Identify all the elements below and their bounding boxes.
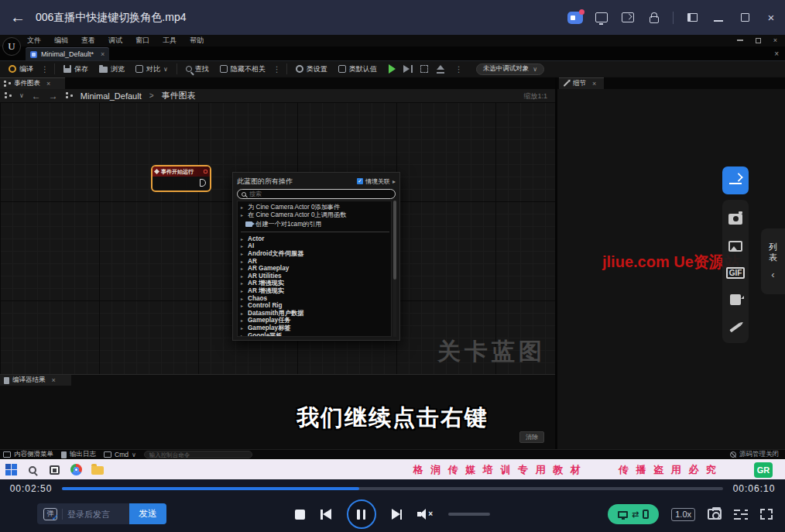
breadcrumb-root[interactable]: Minimal_Default <box>81 91 142 101</box>
screen-projection-icon[interactable] <box>620 10 636 26</box>
menu-debug[interactable]: 调试 <box>108 36 122 46</box>
compile-button[interactable]: 编译 <box>3 61 39 77</box>
ue-close-icon[interactable]: × <box>773 36 777 44</box>
category-ar[interactable]: ▸AR <box>241 257 391 265</box>
category-chaos[interactable]: ▸Chaos <box>241 294 391 302</box>
class-settings-button[interactable]: 类设置 <box>290 61 333 77</box>
menu-tools[interactable]: 工具 <box>163 36 177 46</box>
maximize-icon[interactable] <box>737 10 752 26</box>
gif-record-icon[interactable]: GIF <box>726 267 746 279</box>
snapshot-icon[interactable] <box>708 509 722 520</box>
compile-options-icon[interactable]: ⋮ <box>39 65 51 74</box>
ue-minimize-icon[interactable] <box>737 39 743 41</box>
details-tab[interactable]: 细节 × <box>559 77 604 89</box>
lock-icon[interactable] <box>646 10 662 26</box>
play-button[interactable] <box>389 64 396 74</box>
stop-button[interactable] <box>295 510 305 520</box>
play-options-icon[interactable]: ⋮ <box>453 65 465 74</box>
device-cast-toggle[interactable]: ⇄ <box>608 504 659 524</box>
context-search-input[interactable] <box>249 190 391 197</box>
danmaku-toggle-icon[interactable]: 弹✓ <box>43 508 57 520</box>
class-defaults-button[interactable]: 类默认值 <box>333 61 382 77</box>
context-sensitive-toggle[interactable]: ✓ 情境关联 ▸ <box>357 177 396 186</box>
scrollbar-thumb[interactable] <box>393 201 396 280</box>
breadcrumb-current[interactable]: 事件图表 <box>162 90 196 101</box>
settings-equalizer-icon[interactable] <box>734 509 748 520</box>
previous-button[interactable] <box>321 509 331 520</box>
playback-speed-button[interactable]: 1.0x <box>671 508 695 521</box>
menu-file[interactable]: 文件 <box>27 36 41 46</box>
file-explorer-icon[interactable] <box>87 460 108 480</box>
game-controller-icon[interactable] <box>567 10 583 26</box>
progress-bar[interactable] <box>62 487 723 490</box>
menu-help[interactable]: 帮助 <box>190 36 204 46</box>
mute-button[interactable]: × <box>417 508 433 520</box>
graph-view-icon[interactable] <box>5 92 12 99</box>
asset-tab-minimal-default[interactable]: Minimal_Default* × <box>26 47 109 60</box>
details-tab-close-icon[interactable]: × <box>592 80 596 88</box>
event-graph-tab[interactable]: 事件图表 × <box>0 77 65 89</box>
debug-object-dropdown[interactable]: 未选中调试对象 ∨ <box>476 63 544 75</box>
save-button[interactable]: 保存 <box>58 61 94 77</box>
pause-button[interactable] <box>347 499 376 529</box>
content-drawer-button[interactable]: 内容侧滑菜单 <box>3 450 53 459</box>
event-beginplay-node[interactable]: 事件开始运行 <box>151 165 211 192</box>
hide-unrelated-button[interactable]: 隐藏不相关 <box>214 61 271 77</box>
chrome-icon[interactable] <box>65 460 87 480</box>
tv-cast-icon[interactable] <box>594 10 609 26</box>
frame-skip-button[interactable] <box>403 65 413 73</box>
share-button[interactable] <box>722 166 749 194</box>
category-google-pad[interactable]: ▸Google平板 <box>241 331 391 337</box>
checkbox-checked-icon[interactable]: ✓ <box>357 178 363 184</box>
diff-button[interactable]: 对比∨ <box>130 61 173 77</box>
danmaku-input-box[interactable]: 弹✓ <box>37 503 129 524</box>
annotate-pencil-icon[interactable] <box>729 323 741 332</box>
source-control-status[interactable]: 源码管理关闭 <box>730 450 782 459</box>
screenshot-camera-icon[interactable] <box>728 214 742 225</box>
category-ar-gameplay[interactable]: ▸AR Gameplay <box>241 265 391 273</box>
video-record-icon[interactable] <box>730 294 741 305</box>
minimize-icon[interactable] <box>711 10 726 26</box>
action-create-reference[interactable]: 创建一个对1cam的引用 <box>241 219 391 229</box>
close-icon[interactable]: × <box>763 10 779 26</box>
expander-icon[interactable]: ▸ <box>241 212 245 218</box>
graph-view-caret-icon[interactable]: ∨ <box>19 92 24 99</box>
taskbar-search-icon[interactable] <box>22 460 43 480</box>
compiler-results-tab[interactable]: 编译器结果 × <box>0 375 71 386</box>
output-log-button[interactable]: 输出日志 <box>61 450 96 459</box>
menu-edit[interactable]: 编辑 <box>54 36 68 46</box>
start-button-icon[interactable] <box>0 460 22 480</box>
context-search-box[interactable] <box>237 189 396 199</box>
simulate-button[interactable] <box>420 65 428 73</box>
find-button[interactable]: 查找 <box>180 61 214 77</box>
task-view-icon[interactable] <box>43 460 65 480</box>
category-actor[interactable]: ▸Actor <box>241 235 391 243</box>
exec-pin[interactable] <box>200 179 206 187</box>
nav-forward-icon[interactable]: → <box>49 91 58 101</box>
panel-close-icon[interactable]: × <box>774 50 779 58</box>
fullscreen-icon[interactable] <box>760 509 773 520</box>
category-android-file-server[interactable]: ▸Android文件伺服器 <box>241 250 391 258</box>
hide-unrelated-options-icon[interactable]: ⋮ <box>271 65 283 74</box>
tab-close-icon[interactable]: × <box>101 50 105 58</box>
menu-window[interactable]: 窗口 <box>135 36 149 46</box>
ue-restore-icon[interactable] <box>756 38 761 43</box>
danmaku-input[interactable] <box>67 510 123 519</box>
nav-back-icon[interactable]: ← <box>32 91 41 101</box>
dock-window-icon[interactable] <box>684 10 700 26</box>
launch-button[interactable] <box>436 65 445 74</box>
back-icon[interactable]: ← <box>0 9 36 26</box>
compiler-tab-close-icon[interactable]: × <box>52 376 56 384</box>
expander-icon[interactable]: ▸ <box>241 204 245 210</box>
console-command-input[interactable] <box>144 451 252 458</box>
graph-tab-close-icon[interactable]: × <box>46 80 50 88</box>
image-capture-icon[interactable] <box>728 241 742 252</box>
cmd-dropdown[interactable]: Cmd∨ <box>104 451 136 458</box>
browse-button[interactable]: 浏览 <box>94 61 130 77</box>
context-list-scrollbar[interactable] <box>393 201 396 337</box>
action-call-function[interactable]: ▸在 Cine Camera Actor 0上调用函数 <box>241 211 391 219</box>
menu-view[interactable]: 查看 <box>81 36 95 46</box>
next-button[interactable] <box>392 509 403 520</box>
unreal-logo[interactable]: U <box>2 37 21 56</box>
volume-slider[interactable] <box>448 513 490 516</box>
